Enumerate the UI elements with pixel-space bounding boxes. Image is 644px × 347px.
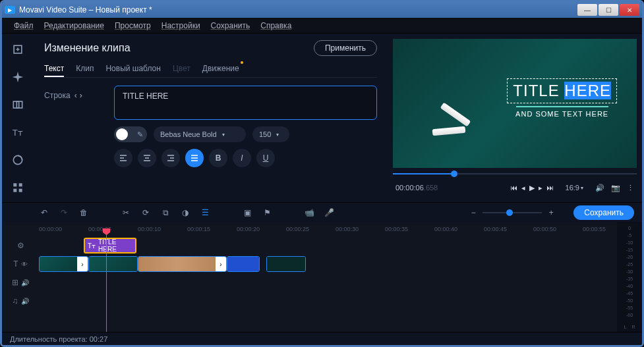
preview-seekbar[interactable]: [393, 169, 637, 178]
cut-button[interactable]: ✂: [121, 208, 131, 217]
maximize-button[interactable]: ☐: [599, 4, 618, 16]
tab-text[interactable]: Текст: [44, 61, 64, 77]
menu-edit[interactable]: Редактирование: [40, 20, 108, 32]
stickers-icon[interactable]: [10, 152, 26, 168]
panel-title: Изменение клипа: [44, 42, 131, 54]
video-clip[interactable]: ›: [138, 256, 227, 272]
audio-track-header[interactable]: ♫ 🔊: [2, 292, 39, 310]
redo-button[interactable]: ↷: [59, 208, 69, 217]
video-track-header[interactable]: ⊞ 🔊: [2, 273, 39, 292]
video-clip[interactable]: [266, 256, 306, 272]
record-video-button[interactable]: 📹: [304, 208, 314, 217]
apply-button[interactable]: Применить: [314, 40, 377, 56]
menubar: Файл Редактирование Просмотр Настройки С…: [2, 18, 642, 34]
transition-icon[interactable]: ›: [77, 257, 88, 271]
duration-label: Длительность проекта:: [10, 335, 88, 343]
audio-meters: 0 -5 -10 -15 -20 -25 -30 -35 -40 -45 -50…: [617, 222, 642, 332]
marker-button[interactable]: ⚑: [262, 208, 272, 217]
new-dot-icon: [241, 61, 243, 64]
video-clip[interactable]: [227, 256, 260, 272]
svg-text:Tᴛ: Tᴛ: [13, 128, 23, 138]
tab-template[interactable]: Новый шаблон: [105, 61, 160, 77]
bold-button[interactable]: B: [209, 149, 227, 167]
align-justify-button[interactable]: [185, 149, 204, 167]
left-rail: Tᴛ: [2, 34, 34, 202]
align-right-button[interactable]: [161, 149, 180, 167]
svg-rect-7: [13, 183, 16, 186]
menu-settings[interactable]: Настройки: [158, 20, 204, 32]
chalk-graphic: [440, 103, 471, 127]
editor-tabs: Текст Клип Новый шаблон Цвет Движение: [44, 61, 377, 78]
zoom-out-button[interactable]: −: [468, 208, 479, 217]
volume-button[interactable]: 🔊: [595, 184, 604, 192]
prev-clip-button[interactable]: ⏮: [510, 184, 517, 192]
preview-more-button[interactable]: ⋮: [627, 184, 634, 192]
play-button[interactable]: ▶: [529, 184, 535, 192]
step-forward-button[interactable]: ▸: [539, 184, 542, 192]
menu-help[interactable]: Справка: [256, 20, 295, 32]
prev-line-button[interactable]: ‹: [74, 91, 77, 100]
font-size-select[interactable]: 150▾: [252, 126, 289, 142]
timeline-toolbar: ↶ ↷ 🗑 ✂ ⟳ ⧉ ◑ ☰ ▣ ⚑ 📹 🎤 − + Сохранить: [2, 202, 642, 222]
titles-icon[interactable]: Tᴛ: [10, 124, 26, 140]
timeline: ⚙ T 👁 ⊞ 🔊 ♫ 🔊 00:00:00 00:00:05 00:00:10…: [2, 222, 642, 332]
timecode: 00:00:06.658: [395, 184, 438, 192]
crop-button[interactable]: ⧉: [160, 208, 171, 217]
next-line-button[interactable]: ›: [80, 91, 82, 100]
tracks-area[interactable]: 00:00:00 00:00:05 00:00:10 00:00:15 00:0…: [39, 222, 617, 332]
menu-view[interactable]: Просмотр: [111, 20, 155, 32]
audio-track[interactable]: [39, 273, 617, 292]
delete-button[interactable]: 🗑: [78, 208, 89, 217]
video-track[interactable]: › ›: [39, 255, 617, 273]
svg-rect-10: [19, 189, 22, 192]
filters-icon[interactable]: [10, 69, 26, 85]
rotate-button[interactable]: ⟳: [140, 208, 151, 217]
svg-rect-9: [13, 189, 16, 192]
titlebar: ▶ Movavi Video Suite – Новый проект * — …: [2, 2, 642, 18]
settings-track-button[interactable]: ⚙: [2, 236, 39, 255]
import-icon[interactable]: [10, 41, 26, 57]
step-back-button[interactable]: ◂: [521, 184, 525, 192]
transitions-icon[interactable]: [10, 97, 26, 113]
tab-clip[interactable]: Клип: [76, 61, 94, 77]
undo-button[interactable]: ↶: [39, 208, 49, 217]
font-family-select[interactable]: Bebas Neue Bold▾: [154, 126, 246, 142]
preview-panel: TITLE HERE AND SOME TEXT HERE 00:00:06.6…: [388, 34, 642, 202]
transition-icon[interactable]: ›: [216, 257, 226, 271]
title-track-header[interactable]: T 👁: [2, 255, 39, 273]
align-left-button[interactable]: [114, 149, 132, 167]
title-clip[interactable]: TᴛTITLE HERE: [84, 238, 136, 254]
italic-button[interactable]: I: [233, 149, 251, 167]
next-clip-button[interactable]: ⏭: [546, 184, 554, 192]
align-center-button[interactable]: [138, 149, 156, 167]
preview-canvas[interactable]: TITLE HERE AND SOME TEXT HERE: [393, 39, 637, 168]
video-clip[interactable]: ›: [39, 256, 88, 272]
more-icon[interactable]: [10, 180, 26, 196]
menu-save[interactable]: Сохранить: [207, 20, 254, 32]
title-track[interactable]: TᴛTITLE HERE: [39, 236, 617, 255]
clip-properties-button[interactable]: ☰: [200, 208, 210, 217]
duration-value: 00:27: [90, 335, 108, 343]
aspect-ratio-select[interactable]: 16:9▾: [566, 184, 583, 192]
title-text-input[interactable]: TITLE HERE: [114, 86, 377, 120]
save-button[interactable]: Сохранить: [573, 205, 634, 220]
chevron-down-icon: ▾: [222, 132, 225, 138]
playhead[interactable]: [106, 230, 107, 332]
font-color-toggle[interactable]: ✎: [114, 126, 147, 142]
record-audio-button[interactable]: 🎤: [324, 208, 334, 217]
chalk-graphic: [432, 126, 466, 136]
video-clip[interactable]: [88, 256, 138, 272]
color-adjust-button[interactable]: ◑: [180, 208, 190, 217]
zoom-in-button[interactable]: +: [546, 208, 556, 217]
minimize-button[interactable]: —: [577, 4, 597, 16]
tab-motion[interactable]: Движение: [202, 61, 239, 77]
menu-file[interactable]: Файл: [10, 20, 38, 32]
zoom-slider[interactable]: [483, 212, 542, 213]
time-ruler[interactable]: 00:00:00 00:00:05 00:00:10 00:00:15 00:0…: [39, 222, 617, 236]
transition-wizard-button[interactable]: ▣: [242, 208, 252, 217]
snapshot-button[interactable]: 📷: [611, 184, 620, 192]
underline-button[interactable]: U: [256, 149, 275, 167]
title-overlay[interactable]: TITLE HERE AND SOME TEXT HERE: [507, 78, 617, 118]
svg-rect-8: [19, 183, 22, 186]
close-button[interactable]: ✕: [620, 4, 639, 16]
